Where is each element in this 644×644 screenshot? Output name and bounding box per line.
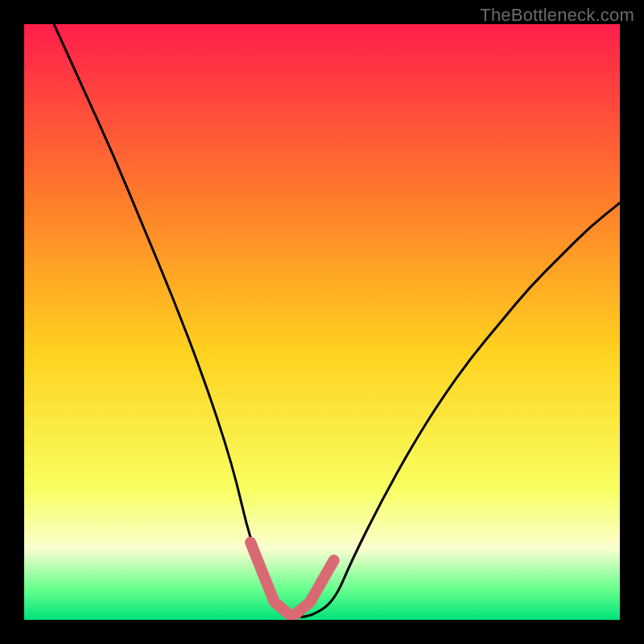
bottleneck-chart	[24, 24, 620, 620]
plot-background	[24, 24, 620, 620]
watermark-text: TheBottleneck.com	[480, 5, 634, 26]
chart-frame: TheBottleneck.com	[0, 0, 644, 644]
